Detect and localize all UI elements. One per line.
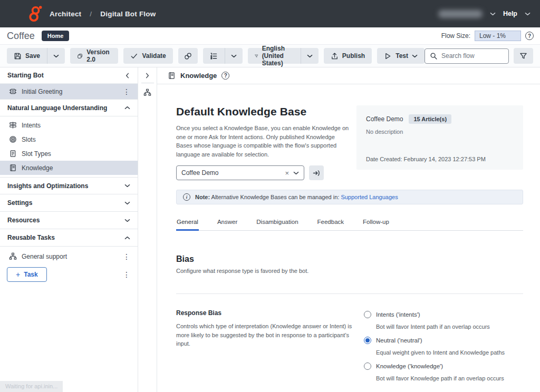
- funnel-icon: [255, 52, 258, 60]
- sidebar-section-starting-bot[interactable]: Starting Bot: [0, 67, 138, 84]
- flow-view-sitemap-icon[interactable]: [143, 89, 151, 96]
- kb-select[interactable]: Coffee Demo ×: [176, 165, 304, 180]
- language-chevron-down-icon: [307, 54, 313, 58]
- tab-disambiguation[interactable]: Disambiguation: [256, 215, 298, 230]
- nlu-title: Natural Language Understanding: [7, 104, 107, 112]
- sidebar-section-insights[interactable]: Insights and Optimizations: [0, 177, 138, 194]
- sidebar-section-resources[interactable]: Resources: [0, 212, 138, 229]
- flow-name: Coffee: [7, 31, 35, 42]
- check-icon: [130, 52, 138, 60]
- intents-icon: [9, 121, 17, 129]
- radio-unchecked-icon[interactable]: [364, 311, 371, 318]
- search-flow-box: [425, 48, 509, 64]
- expand-chevron-right-icon[interactable]: [146, 73, 149, 79]
- flow-header: Coffee Home Flow Size: Low - 1% ?: [0, 27, 540, 45]
- section-divider: [176, 293, 523, 294]
- ordered-list-button[interactable]: [203, 48, 243, 64]
- sidebar-item-intents[interactable]: Intents: [0, 118, 138, 132]
- save-label: Save: [25, 52, 40, 60]
- user-chevron-down-icon[interactable]: [490, 12, 496, 16]
- insights-chevron-down-icon[interactable]: [124, 184, 130, 188]
- kb-tabs: General Answer Disambiguation Feedback F…: [176, 215, 523, 231]
- help-chevron-down-icon[interactable]: [525, 12, 531, 16]
- resources-chevron-down-icon[interactable]: [124, 219, 130, 222]
- radio-option-neutral[interactable]: Neutral ('neutral'): [364, 337, 505, 344]
- task-kebab-icon[interactable]: ⋮: [123, 271, 130, 278]
- radio-option-intents[interactable]: Intents ('intents'): [364, 311, 505, 318]
- search-flow-input[interactable]: [441, 52, 499, 60]
- breadcrumb-separator: /: [88, 10, 94, 18]
- help-menu[interactable]: Help: [503, 10, 517, 17]
- panel-title: Knowledge: [180, 72, 217, 80]
- tab-follow-up[interactable]: Follow-up: [362, 215, 390, 230]
- publish-button[interactable]: Publish: [324, 48, 372, 64]
- settings-title: Settings: [7, 199, 32, 207]
- reusable-tasks-chevron-up-icon[interactable]: [124, 236, 130, 240]
- radio-unchecked-icon[interactable]: [364, 362, 371, 370]
- breadcrumb: Architect / Digital Bot Flow: [27, 5, 156, 22]
- settings-chevron-down-icon[interactable]: [124, 201, 130, 205]
- supported-languages-link[interactable]: Supported Languages: [341, 194, 398, 200]
- radio-checked-icon[interactable]: [364, 337, 371, 344]
- nlu-chevron-up-icon[interactable]: [124, 106, 130, 110]
- side-rail: [138, 67, 157, 392]
- knowledge-help-icon[interactable]: ?: [221, 72, 229, 80]
- publish-icon: [331, 52, 339, 60]
- date-created-value: February 14, 2023 12:27:53 PM: [404, 156, 486, 162]
- sidebar-item-general-support[interactable]: General support ⋮: [0, 249, 138, 264]
- insights-title: Insights and Optimizations: [7, 182, 88, 190]
- note-banner: i Note: Alternative Knowledge Bases can …: [176, 190, 523, 204]
- test-button[interactable]: Test: [377, 48, 425, 64]
- add-task-label: Task: [24, 271, 37, 278]
- validate-button[interactable]: Validate: [123, 48, 172, 64]
- breadcrumb-product[interactable]: Architect: [50, 10, 81, 18]
- initial-greeting-kebab-icon[interactable]: ⋮: [123, 88, 130, 95]
- version-label: Version 2.0: [86, 48, 111, 63]
- kb-description: Once you select a Knowledge Base, you ca…: [176, 124, 350, 159]
- home-badge[interactable]: Home: [42, 31, 70, 41]
- add-task-button[interactable]: + Task: [7, 267, 47, 282]
- sidebar-item-slots[interactable]: Slots: [0, 132, 138, 146]
- response-bias-label: Response Bias: [176, 309, 355, 317]
- clear-selection-icon[interactable]: ×: [285, 169, 293, 177]
- sidebar-section-settings[interactable]: Settings: [0, 194, 138, 212]
- sidebar-item-initial-greeting[interactable]: Initial Greeting ⋮: [0, 84, 138, 99]
- collapse-chevron-left-icon[interactable]: [126, 73, 129, 79]
- save-chevron-down-icon: [53, 54, 59, 58]
- flow-size-help-icon[interactable]: ?: [525, 32, 534, 40]
- info-icon: i: [183, 193, 190, 201]
- save-menu-button[interactable]: [47, 48, 65, 64]
- language-menu-button[interactable]: [301, 48, 319, 64]
- open-knowledge-base-button[interactable]: [309, 165, 324, 180]
- save-button[interactable]: Save: [7, 48, 65, 64]
- radio-neutral-helper: Equal weight given to Intent and Knowled…: [376, 349, 505, 356]
- sidebar-item-slot-types[interactable]: Slot Types: [0, 146, 138, 161]
- language-selector[interactable]: English (United States): [248, 48, 319, 64]
- slots-icon: [9, 135, 17, 143]
- sidebar-item-knowledge[interactable]: Knowledge: [0, 161, 138, 175]
- flow-size-value: Low - 1%: [475, 31, 521, 41]
- browser-status-bar: Waiting for api.inin...: [0, 381, 63, 392]
- search-filter-button[interactable]: [514, 48, 533, 64]
- starting-bot-title: Starting Bot: [7, 72, 44, 79]
- radio-knowledge-helper: Bot will favor Knowledge path if an over…: [376, 375, 505, 381]
- tab-feedback[interactable]: Feedback: [317, 215, 345, 230]
- sidebar-section-nlu[interactable]: Natural Language Understanding: [0, 99, 138, 116]
- knowledge-panel-header: Knowledge ?: [157, 67, 540, 84]
- tab-answer[interactable]: Answer: [217, 215, 238, 230]
- resources-title: Resources: [7, 217, 40, 224]
- validate-label: Validate: [142, 52, 166, 60]
- knowledge-book-icon: [168, 72, 176, 80]
- ordered-list-menu-button[interactable]: [225, 48, 243, 64]
- select-chevron-down-icon[interactable]: [293, 171, 299, 175]
- version-button[interactable]: Version 2.0: [70, 48, 118, 64]
- general-support-kebab-icon[interactable]: ⋮: [123, 253, 130, 260]
- save-icon: [14, 52, 22, 60]
- radio-option-knowledge[interactable]: Knowledge ('knowledge'): [364, 362, 505, 370]
- radio-intents-helper: Bot will favor Intent path if an overlap…: [376, 324, 505, 330]
- user-menu[interactable]: [438, 10, 483, 18]
- sidebar-section-reusable-tasks[interactable]: Reusable Tasks: [0, 229, 138, 247]
- link-resources-button[interactable]: [178, 48, 198, 64]
- tab-general[interactable]: General: [176, 215, 199, 230]
- bot-chip-icon: [9, 87, 17, 95]
